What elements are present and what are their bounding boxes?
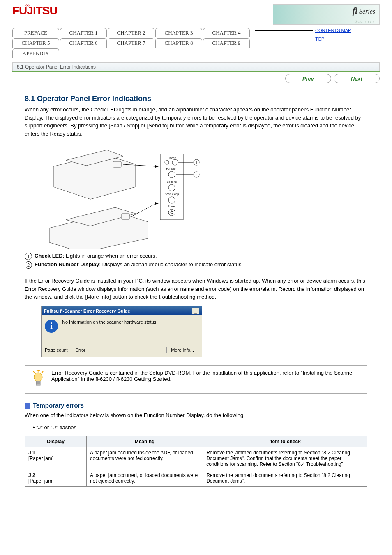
svg-text:1: 1: [195, 161, 197, 165]
svg-rect-2: [113, 161, 121, 167]
svg-rect-5: [121, 214, 129, 219]
svg-line-8: [131, 203, 156, 216]
tab-chapter-1[interactable]: CHAPTER 1: [60, 28, 107, 37]
tab-chapter-8[interactable]: CHAPTER 8: [155, 38, 202, 48]
callout-2-text: Function Number Display: Displays an alp…: [35, 261, 243, 267]
lightbulb-icon: [31, 370, 46, 389]
bullet-item: "J" or "U" flashes: [33, 424, 367, 431]
svg-text:Power: Power: [168, 205, 176, 208]
table-row: J 2[Paper jam] A paper jam occurred, or …: [25, 470, 367, 487]
svg-text:Check: Check: [168, 157, 176, 159]
next-button[interactable]: Next: [334, 74, 380, 83]
main-content: 8.1 Operator Panel Error Indications Whe…: [0, 85, 392, 503]
tab-chapter-6[interactable]: CHAPTER 6: [60, 38, 107, 48]
svg-marker-7: [155, 165, 159, 168]
svg-text:Send to: Send to: [167, 180, 177, 183]
callout-1-icon: 1: [25, 253, 32, 260]
minimize-icon[interactable]: _: [192, 308, 199, 314]
error-button[interactable]: Error: [71, 347, 90, 353]
paragraph-2: If the Error Recovery Guide is installed…: [25, 277, 367, 301]
error-table: Display Meaning Item to check J 1[Paper …: [25, 436, 367, 487]
prev-next-nav: Prev Next: [0, 72, 392, 85]
tab-chapter-9[interactable]: CHAPTER 9: [203, 38, 250, 48]
dialog-message: No Information on the scanner hardware s…: [62, 320, 157, 325]
dialog-title-text: Fujitsu fi-Scanner Error Recovery Guide: [44, 309, 130, 313]
svg-marker-9: [155, 202, 159, 205]
link-contents-map[interactable]: CONTENTS MAP: [315, 28, 351, 33]
tab-preface[interactable]: PREFACE: [12, 28, 59, 37]
svg-point-30: [34, 373, 42, 382]
intro-paragraph: When any error occurs, the Check LED lig…: [25, 106, 367, 138]
error-recovery-dialog: Fujitsu fi-Scanner Error Recovery Guide …: [41, 306, 202, 357]
bracket-icon: [255, 30, 313, 37]
more-info-button[interactable]: More Info...: [166, 347, 198, 353]
tab-chapter-5[interactable]: CHAPTER 5: [12, 38, 59, 48]
tab-chapter-7[interactable]: CHAPTER 7: [108, 38, 154, 48]
bracket-icon-2: [255, 39, 313, 45]
blue-square-icon: [25, 403, 30, 409]
hint-text: Error Recovery Guide is contained in the…: [51, 370, 361, 382]
tab-chapter-2[interactable]: CHAPTER 2: [108, 28, 154, 37]
link-top[interactable]: TOP: [315, 37, 324, 41]
col-item: Item to check: [203, 436, 367, 447]
section-bar: 8.1 Operator Panel Error Indications: [12, 62, 380, 71]
svg-text:Scan /Stop: Scan /Stop: [165, 193, 179, 196]
page-count-label: Page count: [45, 348, 68, 352]
svg-text:2: 2: [195, 173, 197, 177]
divider: [12, 60, 380, 60]
callout-1-text: Check LED: Lights in orange when an erro…: [35, 253, 157, 259]
fujitsu-logo: ∞ FUJITSU: [12, 4, 58, 17]
col-display: Display: [25, 436, 87, 447]
scanner-diagram: Check 1 Function 2 Send to Scan /Stop Po…: [41, 142, 205, 249]
info-icon: i: [45, 320, 58, 333]
svg-rect-31: [36, 381, 40, 385]
page-title: 8.1 Operator Panel Error Indications: [25, 94, 367, 103]
col-meaning: Meaning: [86, 436, 203, 447]
tab-chapter-3[interactable]: CHAPTER 3: [155, 28, 202, 37]
prev-button[interactable]: Prev: [285, 74, 331, 83]
header: ∞ FUJITSU fi Series Scanner: [0, 0, 392, 25]
sub-title: Temporary errors: [25, 402, 367, 409]
bullet-list: "J" or "U" flashes: [25, 424, 367, 431]
nav: PREFACE CHAPTER 1 CHAPTER 2 CHAPTER 3 CH…: [0, 25, 392, 59]
hint-box: Error Recovery Guide is contained in the…: [25, 365, 367, 394]
logo-infinity-icon: ∞: [25, 2, 29, 8]
dialog-titlebar: Fujitsu fi-Scanner Error Recovery Guide …: [42, 306, 202, 315]
svg-text:Function: Function: [166, 167, 178, 170]
fi-series-banner: fi Series Scanner: [273, 4, 380, 25]
tab-chapter-4[interactable]: CHAPTER 4: [203, 28, 250, 37]
tab-appendix[interactable]: APPENDIX: [12, 48, 59, 58]
svg-rect-10: [160, 154, 183, 220]
table-row: J 1[Paper jam] A paper jam occurred insi…: [25, 447, 367, 470]
callout-2-icon: 2: [25, 261, 32, 269]
logo-text: FUJITSU: [12, 4, 58, 17]
callouts: 1 Check LED: Lights in orange when an er…: [25, 253, 367, 269]
sub-paragraph: When one of the indicators below is show…: [25, 411, 367, 419]
